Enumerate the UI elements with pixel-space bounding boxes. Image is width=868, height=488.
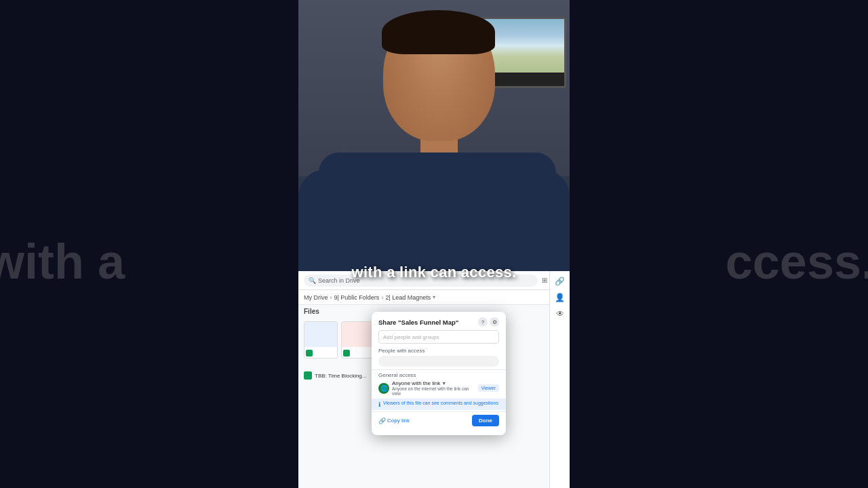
help-icon-btn[interactable]: ? <box>478 317 488 327</box>
general-access-section: General access 🌐 Anyone with the link ▼ … <box>372 369 506 397</box>
add-person-icon[interactable]: 👤 <box>555 293 565 302</box>
file-icon-green-1 <box>306 350 313 357</box>
drive-sidebar-right: 🔗 👤 👁 <box>549 271 570 488</box>
link-access-icon: 🌐 <box>378 383 389 394</box>
share-dialog: Share "Sales Funnel Map" ? ⚙ Add people … <box>372 312 506 435</box>
copy-link-label: Copy link <box>387 418 410 424</box>
subtitle-text: with a link can access. <box>352 264 517 281</box>
dialog-title: Share "Sales Funnel Map" <box>378 319 458 326</box>
breadcrumb: My Drive › 9| Public Folders › 2| Lead M… <box>298 290 570 305</box>
done-button[interactable]: Done <box>472 415 499 426</box>
file-icon-green-2 <box>343 350 350 357</box>
access-dropdown-arrow: ▼ <box>441 381 446 386</box>
dialog-footer: 🔗 Copy link Done <box>372 411 506 429</box>
add-people-placeholder: Add people and groups <box>383 334 439 340</box>
file-icon-green-list <box>304 371 312 380</box>
breadcrumb-sep-2: › <box>381 294 383 301</box>
access-description: Anyone on the internet with the link can… <box>392 386 475 396</box>
file-thumb-1[interactable] <box>304 321 338 359</box>
subtitle-container: with a link can access. <box>0 264 868 281</box>
breadcrumb-sep-1: › <box>330 294 332 301</box>
breadcrumb-my-drive[interactable]: My Drive <box>304 294 328 301</box>
breadcrumb-public-folders[interactable]: 9| Public Folders <box>334 294 380 301</box>
general-access-label: General access <box>378 372 499 378</box>
people-with-access-label: People with access <box>372 347 506 354</box>
access-type-row[interactable]: Anyone with the link ▼ <box>392 380 475 386</box>
access-info: Anyone with the link ▼ Anyone on the int… <box>392 380 475 396</box>
settings-icon-btn[interactable]: ⚙ <box>490 317 499 327</box>
people-row-blurred <box>378 356 499 367</box>
info-message-text: Viewers of this file can see comments an… <box>383 401 498 405</box>
info-message-row: ℹ Viewers of this file can see comments … <box>372 399 506 410</box>
copy-link-icon: 🔗 <box>378 418 386 424</box>
add-people-input[interactable]: Add people and groups <box>378 330 499 344</box>
viewer-role-dropdown[interactable]: Viewer <box>478 384 499 392</box>
info-message-icon: ℹ <box>378 401 380 408</box>
access-row: 🌐 Anyone with the link ▼ Anyone on the i… <box>378 380 499 396</box>
person-hair <box>382 10 495 54</box>
dialog-header-icons: ? ⚙ <box>478 317 499 327</box>
view-icon[interactable]: 👁 <box>556 309 564 319</box>
dialog-header: Share "Sales Funnel Map" ? ⚙ <box>372 312 506 329</box>
breadcrumb-lead-magnets[interactable]: 2| Lead Magnets <box>385 294 431 301</box>
copy-link-button[interactable]: 🔗 Copy link <box>378 418 410 424</box>
file-thumb-2[interactable] <box>341 321 375 359</box>
breadcrumb-dropdown-icon[interactable]: ▾ <box>433 294 435 300</box>
